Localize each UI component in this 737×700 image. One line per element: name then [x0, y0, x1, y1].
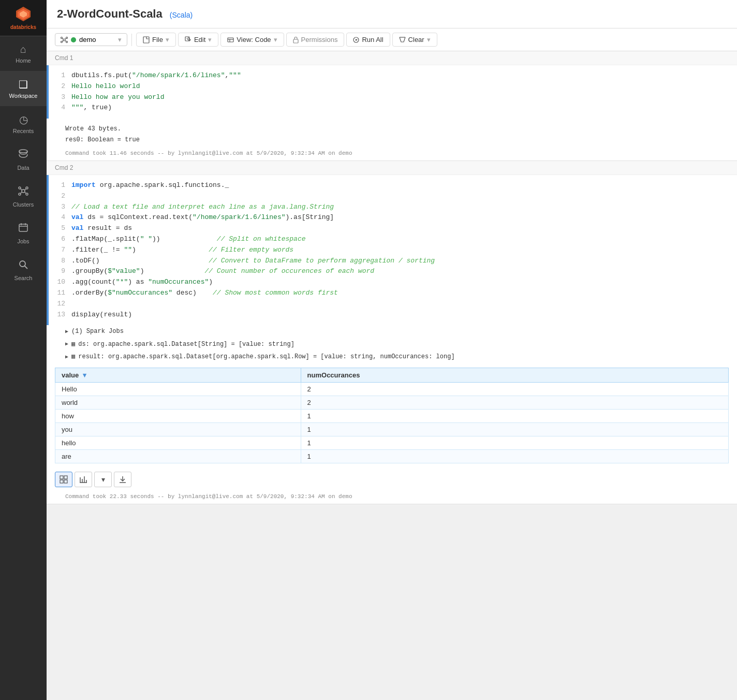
edit-button[interactable]: Edit ▾: [178, 33, 218, 47]
chart-options-button[interactable]: ▾: [94, 472, 112, 487]
download-button[interactable]: [114, 472, 131, 487]
sidebar-item-home[interactable]: ⌂ Home: [0, 36, 47, 71]
result-dataset-text: result: org.apache.spark.sql.Dataset[org…: [78, 352, 454, 362]
file-icon: [143, 36, 150, 43]
permissions-button[interactable]: Permissions: [286, 33, 345, 47]
notebook-toolbar: demo ▾ File ▾ Edit ▾: [47, 28, 737, 51]
cell-numoccurances: 2: [301, 382, 728, 396]
sidebar-label-search: Search: [14, 275, 33, 281]
code-line: 2 Hello hello world: [57, 81, 729, 92]
cell-1-code[interactable]: 1 dbutils.fs.put("/home/spark/1.6/lines"…: [47, 65, 737, 119]
sidebar-label-recents: Recents: [13, 128, 34, 134]
clear-label: Clear: [408, 36, 424, 43]
svg-line-11: [21, 192, 22, 194]
cluster-selector-icon: [61, 36, 68, 43]
run-all-button[interactable]: Run All: [346, 33, 390, 47]
run-all-label: Run All: [362, 36, 383, 43]
sidebar-logo: databricks: [0, 0, 47, 36]
cell-value: world: [55, 396, 301, 409]
permissions-label: Permissions: [301, 36, 338, 43]
cell-2-label: Cmd 2: [47, 161, 737, 175]
svg-line-27: [65, 40, 66, 41]
download-icon: [119, 476, 126, 483]
sidebar-label-clusters: Clusters: [13, 201, 34, 208]
expand-arrow-icon: ▶: [65, 353, 68, 361]
cell-value: are: [55, 449, 301, 463]
code-line: 1 import org.apache.spark.sql.functions.…: [57, 180, 729, 191]
code-line: 13 display(result): [57, 310, 729, 320]
edit-chevron-icon: ▾: [208, 36, 212, 43]
expand-arrow-icon: ▶: [65, 340, 68, 348]
results-table: value ▾ numOccurances Hello 2 world: [55, 368, 729, 463]
sidebar-item-workspace[interactable]: ❑ Workspace: [0, 71, 47, 106]
sidebar-item-jobs[interactable]: Jobs: [0, 215, 47, 252]
home-icon: ⌂: [20, 43, 26, 55]
ds-dataset-expandable[interactable]: ▶ ▦ ds: org.apache.spark.sql.Dataset[Str…: [47, 338, 737, 351]
col-header-value[interactable]: value ▾: [55, 368, 301, 382]
lang-badge: (Scala): [170, 11, 193, 19]
sidebar: databricks ⌂ Home ❑ Workspace ◷ Recents …: [0, 0, 47, 700]
toolbar-separator-1: [131, 34, 132, 46]
chevron-down-icon: ▾: [101, 475, 105, 484]
cell-numoccurances: 1: [301, 409, 728, 422]
svg-line-10: [25, 189, 26, 191]
table-row: are 1: [55, 449, 729, 463]
code-line: 2: [57, 191, 729, 202]
svg-rect-40: [64, 480, 67, 483]
cell-2: Cmd 2 1 import org.apache.spark.sql.func…: [47, 161, 737, 504]
edit-icon: [185, 36, 191, 43]
svg-line-26: [62, 40, 63, 41]
cell-1-timestamp: Command took 11.46 seconds -- by lynnlan…: [47, 148, 737, 161]
chart-view-button[interactable]: [75, 472, 92, 487]
file-button[interactable]: File ▾: [136, 33, 176, 47]
sidebar-item-search[interactable]: Search: [0, 252, 47, 288]
table-icon: ▦: [71, 339, 75, 349]
clear-chevron-icon: ▾: [427, 36, 431, 43]
clusters-icon: [18, 185, 29, 199]
code-line: 6 .flatMap(_.split(" ")) // Split on whi…: [57, 234, 729, 245]
result-dataset-expandable[interactable]: ▶ ▦ result: org.apache.spark.sql.Dataset…: [47, 351, 737, 363]
code-line: 1 dbutils.fs.put("/home/spark/1.6/lines"…: [57, 70, 729, 81]
notebook-header: 2-WordCount-Scala (Scala): [47, 0, 737, 28]
code-line: 9 .groupBy($"value") // Count number of …: [57, 266, 729, 277]
sidebar-item-clusters[interactable]: Clusters: [0, 178, 47, 215]
code-line: 5 val result = ds: [57, 223, 729, 234]
code-line: 4 val ds = sqlContext.read.text("/home/s…: [57, 212, 729, 223]
svg-rect-30: [228, 38, 233, 42]
table-row: Hello 2: [55, 382, 729, 396]
lock-icon: [293, 36, 299, 43]
table-header-row: value ▾ numOccurances: [55, 368, 729, 382]
sidebar-item-recents[interactable]: ◷ Recents: [0, 106, 47, 141]
svg-rect-13: [19, 224, 27, 231]
code-line: 7 .filter(_ != "") // Filter empty words: [57, 245, 729, 256]
svg-rect-37: [60, 476, 63, 479]
clear-button[interactable]: Clear ▾: [392, 33, 437, 47]
col-header-numoccurances[interactable]: numOccurances: [301, 368, 728, 382]
grid-view-button[interactable]: [55, 472, 72, 487]
view-button[interactable]: View: Code ▾: [220, 33, 284, 47]
data-icon: [18, 149, 29, 163]
spark-jobs-expandable[interactable]: ▶ (1) Spark Jobs: [47, 325, 737, 338]
table-toolbar: ▾: [47, 468, 737, 491]
cluster-name: demo: [79, 36, 96, 43]
svg-line-9: [21, 189, 22, 191]
cell-numoccurances: 2: [301, 396, 728, 409]
notebook-title-text: 2-WordCount-Scala: [57, 7, 163, 20]
code-line: 3 Hello how are you world: [57, 92, 729, 103]
code-line: 11 .orderBy($"numOccurances" desc) // Sh…: [57, 288, 729, 299]
code-line: 12: [57, 299, 729, 310]
sidebar-item-data[interactable]: Data: [0, 141, 47, 178]
chart-icon: [79, 475, 87, 484]
svg-rect-33: [293, 39, 298, 43]
cluster-selector[interactable]: demo ▾: [55, 33, 127, 46]
cell-1: Cmd 1 1 dbutils.fs.put("/home/spark/1.6/…: [47, 51, 737, 161]
databricks-logo-icon: [15, 6, 32, 22]
svg-point-8: [26, 193, 28, 195]
view-label: View: Code: [237, 36, 271, 43]
svg-point-6: [26, 187, 28, 189]
cell-2-code[interactable]: 1 import org.apache.spark.sql.functions.…: [47, 175, 737, 325]
table-icon: ▦: [71, 352, 75, 362]
edit-label: Edit: [194, 36, 205, 43]
cluster-status-dot: [71, 37, 76, 42]
output-line: Wrote 43 bytes.: [65, 124, 729, 134]
